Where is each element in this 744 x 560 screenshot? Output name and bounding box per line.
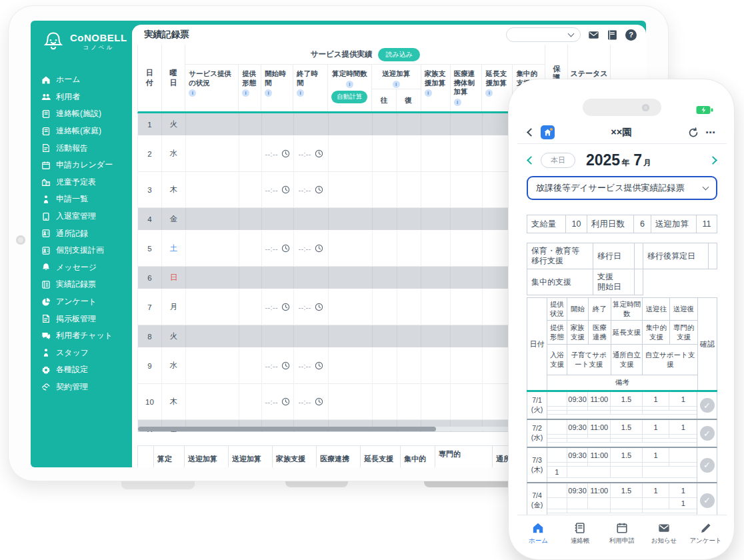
confirm-check-button[interactable]: ✓ [700,398,715,413]
bottom-nav-label: ホーム [529,537,548,545]
header-cell: 通所自立支援 [611,345,643,375]
start-time-input[interactable]: --:-- [262,136,294,171]
sidebar-item-message[interactable]: メッセージ [41,259,132,277]
sidebar-item-application-list[interactable]: 申請一覧 [41,191,132,208]
sidebar-item-board[interactable]: 掲示板管理 [41,310,132,327]
row-cell [239,113,262,135]
horizontal-scrollbar[interactable] [138,427,436,431]
end-time-input[interactable]: --:-- [294,289,329,325]
gear-icon [41,365,51,375]
start-time-input[interactable]: --:-- [262,289,294,325]
bottom-nav-home[interactable]: ホーム [517,522,559,545]
end-time-input[interactable]: --:-- [294,348,329,383]
mail-icon[interactable] [588,29,599,41]
sidebar-item-home[interactable]: ホーム [41,71,132,89]
sidebar-item-attendance-record[interactable]: 通所記録 [41,225,132,242]
service-type-select[interactable]: 放課後等デイサービス提供実績記録票 [527,176,717,200]
end-time-input[interactable]: --:-- [294,172,329,207]
value-cell [669,448,697,462]
info-icon[interactable]: i [346,81,353,88]
time-text: --:-- [265,245,278,253]
sidebar-item-survey[interactable]: アンケート [41,293,132,311]
info-icon[interactable]: i [297,89,304,97]
info-icon[interactable]: i [454,99,461,106]
sidebar-item-support-plan[interactable]: 個別支援計画 [41,242,132,259]
mobile-row-values: 09:3011:001.511 [547,448,697,482]
end-time-input[interactable]: --:-- [294,231,329,266]
value-cell [669,407,697,410]
sidebar-item-contact-family[interactable]: 連絡帳(家庭) [41,123,132,140]
value-cell [547,392,567,406]
row-cell [186,267,239,289]
row-cell [421,267,451,289]
chat-icon [41,331,51,341]
value-cell [611,411,643,414]
header-cell: 入浴支援 [547,345,567,375]
header-cell: 専門的支援 [670,321,697,344]
row-cell [294,267,329,289]
sidebar: CoNOBELL コノベル ホーム利用者連絡帳(施設)連絡帳(家庭)活動報告申請… [31,21,132,467]
info-icon[interactable]: i [242,89,249,97]
sidebar-item-label: 入退室管理 [56,211,96,222]
sidebar-item-user-chat[interactable]: 利用者チャット [41,327,132,345]
mobile-row-values: 09:3011:001.511 [547,392,697,419]
value-cell: 09:30 [567,448,589,462]
cell-day: 木 [162,384,186,419]
start-time-input[interactable]: --:-- [262,172,294,207]
header-cell: 自立サポート支援 [643,345,697,375]
confirm-check-button[interactable]: ✓ [700,458,715,473]
app-icon[interactable] [541,125,555,139]
sidebar-item-activity-report[interactable]: 活動報告 [41,139,132,157]
header-cell: 家族支援 [567,321,589,344]
sidebar-item-contract[interactable]: 契約管理 [41,379,132,396]
summary-col: 集中的 [401,445,435,467]
info-icon[interactable]: i [189,89,196,97]
pie-icon [41,297,51,307]
confirm-check-button[interactable]: ✓ [700,493,715,508]
period-select[interactable] [506,27,581,42]
sidebar-item-child-schedule[interactable]: 児童予定表 [41,174,132,191]
row-cell [397,136,421,171]
prev-month-icon[interactable] [527,156,535,165]
start-time-input[interactable]: --:-- [262,384,294,419]
info-icon[interactable]: i [485,89,493,97]
info-icon[interactable]: i [265,89,272,97]
back-icon[interactable] [527,128,535,137]
bottom-nav-news[interactable]: お知らせ [643,522,685,545]
menu-icon[interactable]: ⋯ [705,129,716,136]
sidebar-item-application-calendar[interactable]: 申請カレンダー [41,157,132,174]
value-cell [567,435,589,438]
clock-icon [281,244,290,253]
row-cell [239,384,262,419]
sidebar-item-users[interactable]: 利用者 [41,89,132,106]
next-month-icon[interactable] [709,156,717,165]
info-icon[interactable]: i [425,89,432,97]
auto-calc-button[interactable]: 自動計算 [331,91,367,103]
value-cell: 1 [669,420,697,434]
pickup-out-label: 往 [372,89,397,111]
post-transition-label: 移行後算定日 [643,243,709,269]
sidebar-item-staff[interactable]: スタッフ [41,345,132,362]
sidebar-item-entry-exit[interactable]: 入退室管理 [41,208,132,225]
bottom-nav-survey[interactable]: アンケート [685,522,727,545]
value-cell [669,463,697,466]
sidebar-item-settings[interactable]: 各種設定 [41,361,132,379]
info-icon[interactable]: i [393,81,400,88]
manual-icon[interactable] [607,29,618,41]
end-time-input[interactable]: --:-- [294,384,329,419]
refresh-icon[interactable] [688,127,699,138]
help-icon[interactable]: ? [625,29,637,41]
confirm-check-button[interactable]: ✓ [700,426,715,441]
col-family-label: 家族支援加算 [425,69,446,87]
bottom-nav-application[interactable]: 利用申請 [601,522,643,545]
sidebar-item-contact-facility[interactable]: 連絡帳(施設) [41,105,132,123]
start-time-input[interactable]: --:-- [262,348,294,383]
sidebar-item-record-sheet[interactable]: 実績記録票 [41,276,132,293]
value-cell [643,407,670,410]
start-time-input[interactable]: --:-- [262,231,294,266]
today-button[interactable]: 本日 [541,153,575,168]
bottom-nav-contact[interactable]: 連絡帳 [559,522,601,545]
end-time-input[interactable]: --:-- [294,136,329,171]
load-button[interactable]: 読み込み [378,48,419,61]
sidebar-item-label: 個別支援計画 [56,245,104,256]
